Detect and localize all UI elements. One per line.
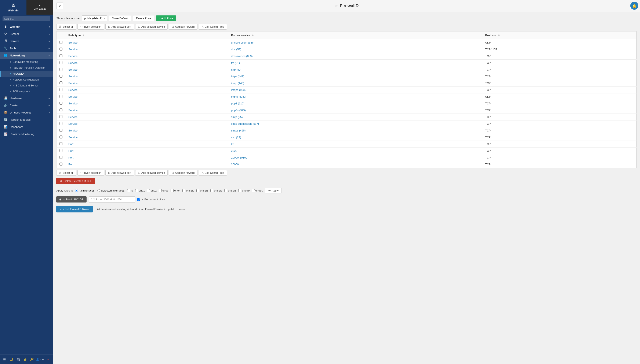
- all-interfaces-radio[interactable]: [75, 189, 78, 192]
- row-rule-type[interactable]: Service: [65, 107, 228, 114]
- row-port-service[interactable]: http (80): [228, 66, 482, 73]
- row-rule-type[interactable]: Service: [65, 46, 228, 53]
- row-checkbox[interactable]: [60, 122, 62, 125]
- row-checkbox-cell[interactable]: [57, 87, 66, 94]
- sidebar-item-bandwidth[interactable]: Bandwidth Monitoring: [0, 59, 53, 65]
- invert-selection-button[interactable]: ↩ Invert selection: [77, 24, 104, 30]
- row-rule-type[interactable]: Service: [65, 134, 228, 141]
- row-checkbox[interactable]: [60, 129, 62, 132]
- row-checkbox[interactable]: [60, 48, 62, 50]
- row-port-service[interactable]: dhcpv6-client (546): [228, 39, 482, 46]
- webmin-brand[interactable]: 🖥 Webmin: [0, 0, 27, 14]
- edit-config-files-button[interactable]: ✎ Edit Config Files: [199, 24, 227, 30]
- wallpaper-icon-btn[interactable]: 🖼: [16, 356, 21, 362]
- notification-bell[interactable]: 🔔: [630, 2, 638, 10]
- row-checkbox[interactable]: [60, 156, 62, 159]
- add-port-forward-bottom-button[interactable]: ⊞ Add port forward: [169, 170, 197, 176]
- row-checkbox[interactable]: [60, 74, 62, 78]
- invert-selection-bottom-button[interactable]: ↩ Invert selection: [77, 170, 104, 176]
- sidebar-item-nis[interactable]: NIS Client and Server: [0, 83, 53, 88]
- block-ip-button[interactable]: ⊗ ⊗ Block IP/CIDR: [56, 196, 87, 202]
- iface-cb-eno50[interactable]: [252, 189, 255, 192]
- sidebar-item-dashboard[interactable]: 📊 Dashboard: [0, 123, 53, 130]
- sidebar-item-tools[interactable]: 🔧 Tools ◂: [0, 44, 53, 52]
- add-zone-button[interactable]: + Add Zone: [156, 16, 176, 21]
- row-checkbox-cell[interactable]: [57, 73, 66, 80]
- add-allowed-service-bottom-button[interactable]: ⊞ Add allowed service: [135, 170, 168, 176]
- iface-eno2-checkbox[interactable]: eno2: [147, 189, 157, 192]
- row-checkbox-cell[interactable]: [57, 161, 66, 168]
- iface-cb-ens1f2[interactable]: [210, 189, 213, 192]
- all-interfaces-option[interactable]: All interfaces: [75, 189, 94, 192]
- iface-cb-ens1f0[interactable]: [182, 189, 185, 192]
- sidebar-item-realtime[interactable]: 📈 Realtime Monitoring: [0, 130, 53, 138]
- row-checkbox-cell[interactable]: [57, 127, 66, 134]
- sidebar-item-fail2ban[interactable]: Fail2Ban Intrusion Detector: [0, 65, 53, 71]
- iface-eno1-checkbox[interactable]: eno1: [135, 189, 145, 192]
- row-rule-type[interactable]: Service: [65, 100, 228, 107]
- sidebar-item-refresh[interactable]: 🔄 Refresh Modules: [0, 116, 53, 123]
- row-port-service[interactable]: 20: [228, 141, 482, 148]
- row-port-service[interactable]: 2222: [228, 148, 482, 154]
- iface-cb-eno3[interactable]: [159, 189, 162, 192]
- row-checkbox-cell[interactable]: [57, 100, 66, 107]
- row-checkbox-cell[interactable]: [57, 53, 66, 60]
- row-checkbox-cell[interactable]: [57, 154, 66, 161]
- add-allowed-port-bottom-button[interactable]: ⊞ Add allowed port: [105, 170, 134, 176]
- sidebar-item-netconfig[interactable]: Network Configuration: [0, 77, 53, 83]
- search-input[interactable]: [3, 16, 50, 21]
- iface-cb-ens1f3[interactable]: [224, 189, 227, 192]
- row-port-service[interactable]: smtp (25): [228, 114, 482, 120]
- permanent-block-cb[interactable]: [137, 198, 140, 201]
- row-port-service[interactable]: smtp-submission (587): [228, 120, 482, 127]
- block-ip-input[interactable]: [89, 196, 135, 202]
- iface-cb-eno49[interactable]: [238, 189, 241, 192]
- row-port-service[interactable]: https (443): [228, 73, 482, 80]
- row-port-service[interactable]: pop3 (110): [228, 100, 482, 107]
- iface-ens1f3-checkbox[interactable]: ens1f3: [224, 189, 236, 192]
- row-port-service[interactable]: 20000: [228, 161, 482, 168]
- row-port-service[interactable]: imaps (993): [228, 87, 482, 94]
- row-checkbox-cell[interactable]: [57, 46, 66, 53]
- settings-button[interactable]: ⚙: [56, 2, 63, 9]
- iface-eno50-checkbox[interactable]: eno50: [252, 189, 263, 192]
- row-rule-type[interactable]: Port: [65, 148, 228, 154]
- row-checkbox[interactable]: [60, 68, 62, 71]
- theme-icon-btn[interactable]: 🌙: [9, 356, 14, 362]
- list-firewallid-rules-button[interactable]: ≡ ≡ List FirewallD Rules: [56, 206, 93, 212]
- apply-button[interactable]: ↦ Apply: [265, 188, 282, 194]
- row-checkbox[interactable]: [60, 162, 62, 166]
- iface-ens1f0-checkbox[interactable]: ens1f0: [182, 189, 194, 192]
- row-rule-type[interactable]: Port: [65, 161, 228, 168]
- make-default-button[interactable]: Make Default: [109, 15, 131, 21]
- row-rule-type[interactable]: Service: [65, 39, 228, 46]
- row-checkbox-cell[interactable]: [57, 80, 66, 87]
- row-checkbox[interactable]: [60, 82, 62, 84]
- virtualmin-brand[interactable]: ▾ Virtualmin: [27, 0, 53, 14]
- add-port-forward-button[interactable]: ⊞ Add port forward: [169, 24, 197, 30]
- sidebar-item-firewallid[interactable]: FirewallD: [0, 71, 53, 77]
- iface-eno3-checkbox[interactable]: eno3: [159, 189, 168, 192]
- row-rule-type[interactable]: Service: [65, 120, 228, 127]
- row-checkbox-cell[interactable]: [57, 120, 66, 127]
- row-checkbox[interactable]: [60, 115, 62, 118]
- row-checkbox-cell[interactable]: [57, 148, 66, 154]
- row-port-service[interactable]: dns (53): [228, 46, 482, 53]
- iface-ens1f2-checkbox[interactable]: ens1f2: [210, 189, 222, 192]
- row-checkbox[interactable]: [60, 95, 62, 98]
- key-icon-btn[interactable]: 🔑: [29, 356, 35, 362]
- sidebar-item-networking[interactable]: 🌐 Networking ▾: [0, 52, 53, 59]
- delete-zone-button[interactable]: Delete Zone: [133, 15, 154, 21]
- row-port-service[interactable]: imap (143): [228, 80, 482, 87]
- iface-cb-eno2[interactable]: [147, 189, 150, 192]
- sidebar-item-tcpwrap[interactable]: TCP Wrappers: [0, 88, 53, 94]
- row-checkbox-cell[interactable]: [57, 107, 66, 114]
- sidebar-item-cluster[interactable]: 🔗 Cluster ◂: [0, 102, 53, 109]
- row-rule-type[interactable]: Service: [65, 66, 228, 73]
- favorites-icon-btn[interactable]: ⭐: [22, 356, 28, 362]
- row-checkbox[interactable]: [60, 61, 62, 64]
- row-rule-type[interactable]: Service: [65, 73, 228, 80]
- sidebar-item-hardware[interactable]: 💾 Hardware ◂: [0, 94, 53, 102]
- row-port-service[interactable]: smtps (465): [228, 127, 482, 134]
- menu-icon-btn[interactable]: ☰: [2, 356, 7, 362]
